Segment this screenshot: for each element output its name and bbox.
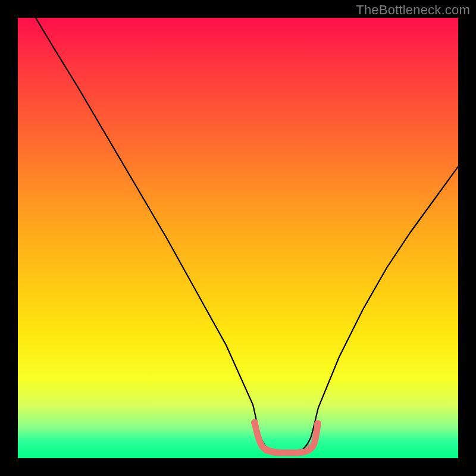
bottleneck-curve (36, 18, 458, 452)
marker-dot-mid1 (264, 447, 270, 454)
marker-dot-mid5 (308, 444, 314, 451)
plot-area (18, 18, 458, 458)
watermark-text: TheBottleneck.com (356, 2, 470, 18)
marker-dot-left (251, 419, 258, 426)
marker-dot-mid4 (297, 449, 303, 456)
marker-dot-right (314, 420, 321, 427)
marker-dot-mid3 (286, 450, 292, 456)
marker-dot-mid2 (274, 450, 281, 456)
chart-frame: TheBottleneck.com (0, 0, 476, 476)
curve-layer (18, 18, 458, 458)
